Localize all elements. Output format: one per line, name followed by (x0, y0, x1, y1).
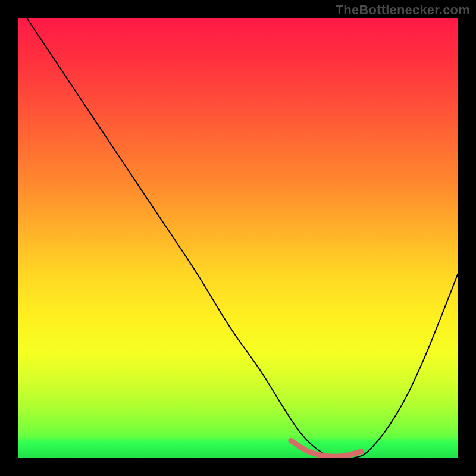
chart-frame: TheBottleneckеr.com (0, 0, 476, 476)
watermark-text: TheBottleneckеr.com (336, 2, 470, 18)
green-band (18, 437, 458, 458)
bottleneck-curve (27, 18, 458, 458)
chart-svg (18, 18, 458, 458)
plot-area (18, 18, 458, 458)
